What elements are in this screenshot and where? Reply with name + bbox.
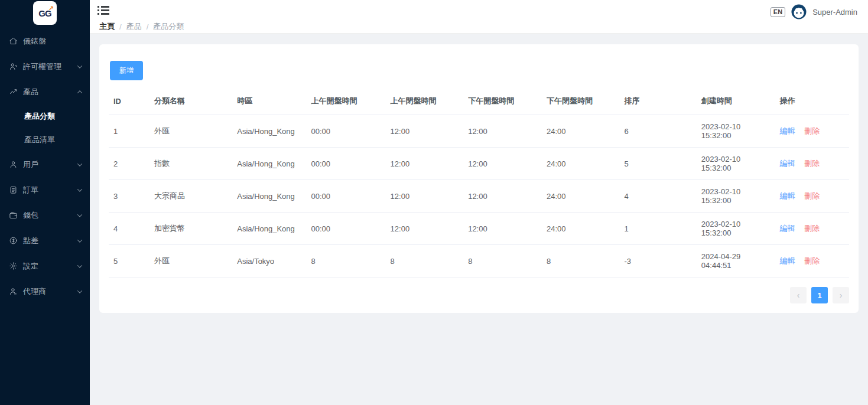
cell-timezone: Asia/Hong_Kong [232,180,306,213]
cell-id: 5 [109,245,149,277]
chevron-down-icon [77,187,82,191]
agent-icon [8,287,18,296]
sidebar-item-label: 用戶 [23,159,38,170]
cell-pm-close: 8 [542,245,620,277]
topbar-right-controls: EN Super-Admin [771,4,857,19]
edit-link[interactable]: 編輯 [780,256,795,265]
chart-icon [8,87,18,97]
sidebar-menu: 儀錶盤 許可權管理 產品 產品分類 產品清單 用戶 [0,28,90,304]
sidebar-toggle-icon[interactable] [97,5,110,15]
wallet-icon [8,211,18,220]
delete-link[interactable]: 刪除 [804,224,820,233]
sidebar-item-label: 儀錶盤 [23,36,46,47]
sidebar-item-orders[interactable]: 訂單 [0,177,90,203]
chevron-up-icon [77,90,82,95]
cell-name: 外匯 [149,245,232,277]
sidebar-item-agents[interactable]: 代理商 [0,279,90,304]
chevron-down-icon [77,161,82,166]
sidebar-item-label: 設定 [23,261,38,272]
sidebar-item-products[interactable]: 產品 [0,79,90,104]
delete-link[interactable]: 刪除 [804,126,820,135]
cell-sort: 6 [620,115,697,148]
breadcrumb-home[interactable]: 主頁 [99,21,115,32]
col-header-name: 分類名稱 [149,87,232,115]
cell-actions: 編輯 刪除 [775,115,849,148]
cell-timezone: Asia/Hong_Kong [232,148,306,180]
cell-actions: 編輯 刪除 [775,148,849,180]
sidebar-subitem-label: 產品分類 [24,111,55,122]
sidebar-item-label: 訂單 [23,185,38,195]
edit-link[interactable]: 編輯 [780,191,795,200]
cell-am-close: 12:00 [386,115,464,148]
cell-am-open: 8 [307,245,386,277]
sidebar-item-spread[interactable]: 點差 [0,228,90,253]
avatar[interactable] [791,4,807,19]
add-button[interactable]: 新增 [110,61,143,80]
table-header-row: ID 分類名稱 時區 上午開盤時間 上午閉盤時間 下午開盤時間 下午閉盤時間 排… [109,87,849,115]
table-row: 1 外匯 Asia/Hong_Kong 00:00 12:00 12:00 24… [109,115,849,148]
top-bar: 主頁 / 產品 / 產品分類 EN Supe [90,0,868,34]
cell-am-open: 00:00 [307,148,386,180]
gear-icon [8,262,18,271]
col-header-created: 創建時間 [697,87,775,115]
cell-am-open: 00:00 [307,115,386,148]
table-row: 2 指數 Asia/Hong_Kong 00:00 12:00 12:00 24… [109,148,849,180]
cell-pm-close: 24:00 [542,115,620,148]
chevron-down-icon [77,288,82,293]
sidebar-item-dashboard[interactable]: 儀錶盤 [0,28,90,54]
chevron-down-icon [77,237,82,242]
cell-pm-close: 24:00 [542,213,620,245]
pagination-page-1[interactable]: 1 [811,287,828,303]
table-card: 新增 ID 分類名稱 時區 上午開盤時間 上午閉盤時間 下午開盤時間 下午 [99,44,859,313]
sidebar-item-permissions[interactable]: 許可權管理 [0,54,90,79]
delete-link[interactable]: 刪除 [804,256,820,265]
cell-sort: -3 [620,245,697,277]
chevron-down-icon [77,212,82,217]
permission-icon [8,62,18,71]
cell-sort: 4 [620,180,697,213]
cell-timezone: Asia/Hong_Kong [232,213,306,245]
coin-icon [8,236,18,246]
col-header-actions: 操作 [775,87,849,115]
table-row: 4 加密貨幣 Asia/Hong_Kong 00:00 12:00 12:00 … [109,213,849,245]
cell-timezone: Asia/Hong_Kong [232,115,306,148]
cell-pm-open: 12:00 [463,148,542,180]
language-toggle[interactable]: EN [771,7,785,17]
edit-link[interactable]: 編輯 [780,224,795,233]
sidebar-item-label: 點差 [23,236,38,246]
home-icon [8,37,18,46]
cell-am-close: 12:00 [386,213,464,245]
cell-sort: 1 [620,213,697,245]
sidebar-item-label: 代理商 [23,286,46,297]
sidebar-subitem-product-list[interactable]: 產品清單 [0,128,90,152]
sidebar-item-wallet[interactable]: 錢包 [0,203,90,228]
breadcrumb-current: 產品分類 [153,21,184,32]
sidebar-item-label: 產品 [23,87,38,97]
pagination-prev-button[interactable]: ‹ [790,287,807,303]
sidebar-item-label: 錢包 [23,210,38,221]
cell-name: 加密貨幣 [149,213,232,245]
cell-actions: 編輯 刪除 [775,213,849,245]
app-logo[interactable]: GG ↗ [33,1,57,25]
edit-link[interactable]: 編輯 [780,159,795,168]
cell-id: 3 [109,180,149,213]
delete-link[interactable]: 刪除 [804,159,820,168]
page-content: 新增 ID 分類名稱 時區 上午開盤時間 上午閉盤時間 下午開盤時間 下午 [90,34,868,405]
cell-created: 2023-02-10 15:32:00 [697,115,775,148]
sidebar-subitem-product-categories[interactable]: 產品分類 [0,104,90,128]
sidebar-item-users[interactable]: 用戶 [0,152,90,177]
delete-link[interactable]: 刪除 [804,191,820,200]
breadcrumb-separator: / [147,22,149,31]
categories-table: ID 分類名稱 時區 上午開盤時間 上午閉盤時間 下午開盤時間 下午閉盤時間 排… [109,87,849,277]
breadcrumb: 主頁 / 產品 / 產品分類 [99,21,184,32]
edit-link[interactable]: 編輯 [780,126,795,135]
cell-timezone: Asia/Tokyo [232,245,306,277]
sidebar-item-settings[interactable]: 設定 [0,253,90,279]
breadcrumb-products[interactable]: 產品 [126,21,142,32]
chevron-down-icon [77,263,82,267]
col-header-am-close: 上午閉盤時間 [386,87,464,115]
pagination-next-button[interactable]: › [833,287,849,303]
cell-actions: 編輯 刪除 [775,180,849,213]
chevron-down-icon [77,63,82,68]
col-header-timezone: 時區 [232,87,306,115]
